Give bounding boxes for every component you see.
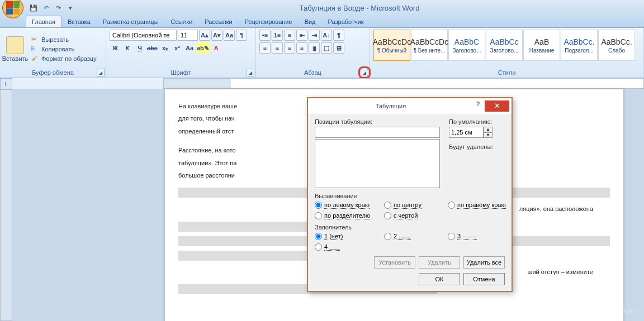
align-right-radio[interactable]: по правому краю	[448, 202, 509, 209]
style-preview: AaBbCcDc	[373, 37, 411, 46]
horizontal-ruler-bar: L	[0, 78, 644, 89]
default-label: По умолчанию:	[449, 118, 505, 125]
clear-button[interactable]: Удалить	[419, 256, 460, 269]
leader-underscore-radio[interactable]: 4 ___	[315, 243, 382, 251]
tab-references[interactable]: Ссылки	[165, 16, 199, 27]
tab-selector[interactable]: L	[0, 78, 12, 89]
redo-icon[interactable]: ↷	[54, 3, 63, 12]
tab-review[interactable]: Рецензирование	[239, 16, 299, 27]
paragraph-group-label: Абзац	[259, 68, 366, 77]
tab-developer[interactable]: Разработчик	[322, 16, 370, 27]
deleted-label: Будут удалены:	[449, 143, 505, 150]
font-size-dropdown[interactable]: 11	[178, 30, 198, 41]
italic-button[interactable]: К	[122, 42, 133, 54]
leader-dots-radio[interactable]: 2 .......	[384, 233, 446, 240]
copy-icon: ⎘	[31, 45, 39, 53]
align-left-radio[interactable]: по левому краю	[315, 202, 382, 209]
text-effects-button[interactable]: Aa	[184, 42, 195, 54]
increase-indent-button[interactable]: ⇥	[309, 30, 320, 41]
ok-button[interactable]: ОК	[419, 273, 460, 285]
borders-button[interactable]: ⊞	[333, 42, 344, 54]
default-tab-spinner[interactable]: ▲▼	[449, 127, 505, 138]
doc-text: На клавиатуре ваше	[178, 103, 237, 109]
help-button[interactable]: ?	[471, 100, 485, 112]
highlight-button[interactable]: ab✎	[196, 42, 210, 54]
strike-button[interactable]: abe	[146, 42, 158, 54]
decrease-indent-button[interactable]: ⇤	[296, 30, 307, 41]
spin-down-icon[interactable]: ▼	[484, 132, 493, 138]
subscript-button[interactable]: x₂	[159, 42, 171, 54]
style-preview: AaB	[534, 37, 549, 46]
align-right-button[interactable]: ≡	[284, 42, 295, 54]
tab-view[interactable]: Вид	[299, 16, 322, 27]
style-5[interactable]: AaBbCc.Подзагол...	[561, 30, 598, 61]
ribbon-tabs: Главная Вставка Разметка страницы Ссылки…	[0, 16, 644, 28]
style-name: Подзагол...	[565, 47, 593, 54]
copy-button[interactable]: ⎘Копировать	[29, 45, 99, 54]
align-bar-radio[interactable]: с чертой	[384, 212, 446, 219]
style-0[interactable]: AaBbCcDc¶ Обычный	[373, 30, 410, 61]
cut-button[interactable]: ✂Вырезать	[29, 35, 99, 44]
justify-button[interactable]: ≡	[296, 42, 307, 54]
style-2[interactable]: AaBbCЗаголово...	[448, 30, 485, 61]
superscript-button[interactable]: x²	[172, 42, 183, 54]
undo-icon[interactable]: ↶	[41, 3, 50, 12]
align-decimal-radio[interactable]: по разделителю	[315, 212, 382, 219]
multilevel-button[interactable]: ≡	[284, 30, 295, 41]
spin-up-icon[interactable]: ▲	[484, 127, 493, 132]
show-marks-button[interactable]: ¶	[333, 30, 344, 41]
horizontal-ruler[interactable]	[163, 78, 644, 89]
clipboard-launcher[interactable]: ◢	[97, 69, 105, 76]
scissors-icon: ✂	[31, 36, 39, 44]
align-left-button[interactable]: ≡	[259, 42, 271, 54]
clear-all-button[interactable]: Удалить все	[463, 256, 505, 269]
change-case-button[interactable]: Aa	[224, 30, 235, 41]
save-icon[interactable]: 💾	[29, 3, 38, 12]
tab-positions-list[interactable]	[315, 139, 440, 188]
tab-home[interactable]: Главная	[26, 16, 61, 27]
tab-page-layout[interactable]: Разметка страницы	[97, 16, 165, 27]
style-6[interactable]: AaBbCc.Слабо	[598, 30, 635, 61]
alignment-label: Выравнивание	[315, 193, 505, 199]
cut-label: Вырезать	[41, 36, 69, 43]
close-button[interactable]: ✕	[485, 100, 509, 112]
style-3[interactable]: AaBbCcЗаголово...	[486, 30, 523, 61]
tab-position-input[interactable]	[315, 127, 440, 138]
bullets-button[interactable]: •≡	[259, 30, 271, 41]
numbering-button[interactable]: 1≡	[272, 30, 283, 41]
bold-button[interactable]: Ж	[110, 42, 121, 54]
grow-font-button[interactable]: A▴	[199, 30, 210, 41]
default-tab-input[interactable]	[449, 127, 484, 138]
font-color-button[interactable]: A	[211, 42, 222, 54]
dialog-titlebar[interactable]: Табуляция ? ✕	[308, 98, 512, 114]
cancel-button[interactable]: Отмена	[463, 273, 505, 285]
style-4[interactable]: AaBНазвание	[523, 30, 560, 61]
shading-button[interactable]: ⬚	[321, 42, 332, 54]
clear-format-button[interactable]: ¶	[236, 30, 247, 41]
underline-button[interactable]: Ч	[134, 42, 145, 54]
font-launcher[interactable]: ◢	[247, 69, 254, 76]
doc-text: для того, чтобы нач	[178, 115, 235, 122]
paste-button[interactable]: Вставить	[3, 30, 27, 68]
leader-dashes-radio[interactable]: 3 -------	[448, 233, 509, 240]
style-preview: AaBbC	[454, 37, 479, 46]
tabs-dialog: Табуляция ? ✕ Позиции табуляции: По умол…	[307, 97, 513, 292]
font-name-dropdown[interactable]: Calibri (Основной те	[110, 30, 177, 41]
doc-text: ший отступ – измените	[528, 269, 593, 275]
line-spacing-button[interactable]: ⫼	[309, 42, 320, 54]
leader-none-radio[interactable]: 1 (нет)	[315, 233, 382, 240]
watermark: FREE-OFFICE.NET	[561, 306, 637, 317]
qat-more-icon[interactable]: ▾	[66, 3, 75, 12]
align-center-radio[interactable]: по центру	[384, 202, 446, 209]
tab-mailings[interactable]: Рассылки	[198, 16, 238, 27]
set-button[interactable]: Установить	[374, 256, 415, 269]
shrink-font-button[interactable]: A▾	[211, 30, 222, 41]
format-painter-button[interactable]: 🖌Формат по образцу	[29, 54, 99, 63]
tab-insert[interactable]: Вставка	[61, 16, 97, 27]
style-1[interactable]: AaBbCcDc¶ Без инте...	[411, 30, 448, 61]
paragraph-launcher[interactable]: ◢	[361, 69, 368, 76]
sort-button[interactable]: A↓	[321, 30, 332, 41]
align-center-button[interactable]: ≡	[272, 42, 283, 54]
vertical-ruler[interactable]	[0, 89, 12, 321]
paste-icon	[6, 36, 24, 54]
